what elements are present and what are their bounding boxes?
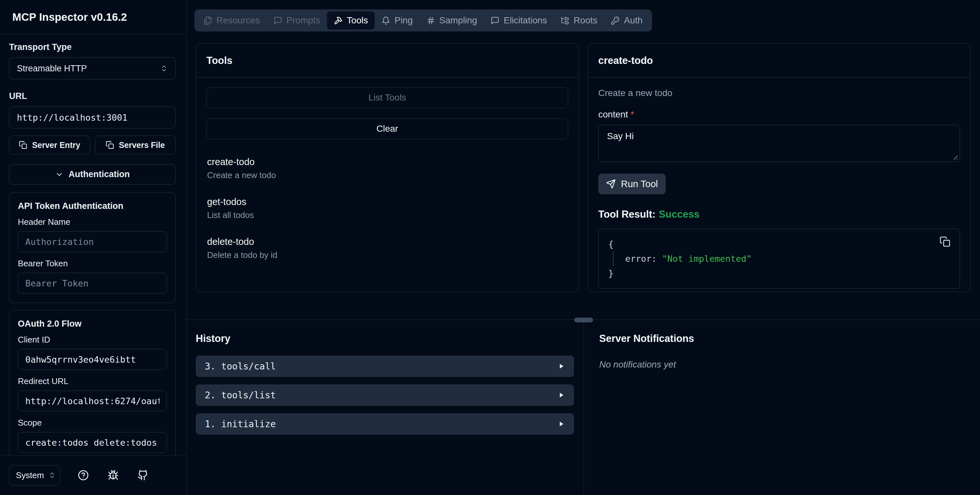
json-key: error: <box>625 254 657 264</box>
pane-resize-handle[interactable] <box>574 318 593 323</box>
run-tool-button[interactable]: Run Tool <box>598 174 666 194</box>
tool-detail-body: Create a new todo content* Say Hi Run To… <box>588 78 970 292</box>
help-icon[interactable] <box>78 470 89 481</box>
tools-panel: Tools List Tools Clear create-todo Creat… <box>196 43 579 292</box>
list-tools-button[interactable]: List Tools <box>207 87 568 108</box>
tool-list: create-todo Create a new todo get-todos … <box>207 156 568 260</box>
github-icon[interactable] <box>137 470 148 481</box>
tool-detail-panel: create-todo Create a new todo content* S… <box>587 43 970 292</box>
clear-button[interactable]: Clear <box>207 118 568 139</box>
tab-tools[interactable]: Tools <box>327 11 375 30</box>
copy-result-button[interactable] <box>940 236 950 247</box>
json-string-value: "Not implemented" <box>662 254 751 264</box>
servers-file-label: Servers File <box>119 141 165 150</box>
message-square-icon <box>491 16 500 25</box>
content-textarea[interactable]: Say Hi <box>598 125 960 162</box>
tab-auth[interactable]: Auth <box>604 11 649 30</box>
client-id-label: Client ID <box>18 335 167 345</box>
run-tool-label: Run Tool <box>621 179 658 190</box>
authentication-toggle-label: Authentication <box>69 169 130 179</box>
tab-resources[interactable]: Resources <box>197 11 267 30</box>
tool-description: Delete a todo by id <box>207 250 568 260</box>
redirect-url-label: Redirect URL <box>18 376 167 386</box>
tab-sampling[interactable]: Sampling <box>420 11 484 30</box>
tool-detail-title: create-todo <box>588 44 970 78</box>
json-body-line: error: "Not implemented" <box>613 251 950 266</box>
tool-result-label: Tool Result: <box>598 209 655 220</box>
tools-panel-title: Tools <box>196 44 579 78</box>
sidebar-footer: System <box>0 455 186 495</box>
tools-panel-body: List Tools Clear create-todo Create a ne… <box>196 78 579 286</box>
server-notifications-title: Server Notifications <box>599 333 980 345</box>
tab-roots[interactable]: Roots <box>554 11 604 30</box>
notifications-empty-message: No notifications yet <box>599 359 980 370</box>
tab-label: Tools <box>347 15 368 26</box>
header-name-input[interactable] <box>18 231 167 252</box>
sidebar-content: Transport Type Streamable HTTP URL Serve… <box>0 35 186 455</box>
tool-item-delete-todo[interactable]: delete-todo Delete a todo by id <box>207 236 568 260</box>
hash-icon <box>426 16 435 25</box>
bearer-token-input[interactable] <box>18 273 167 294</box>
server-entry-button[interactable]: Server Entry <box>9 136 90 155</box>
tool-name: delete-todo <box>207 236 568 247</box>
tab-label: Sampling <box>439 15 477 26</box>
history-row-label: 1. initialize <box>205 419 276 430</box>
url-label: URL <box>9 91 176 101</box>
copy-buttons-row: Server Entry Servers File <box>9 136 176 155</box>
tab-elicitations[interactable]: Elicitations <box>484 11 554 30</box>
tab-label: Elicitations <box>504 15 547 26</box>
history-row-tools-list[interactable]: 2. tools/list <box>196 385 574 406</box>
tab-prompts[interactable]: Prompts <box>267 11 327 30</box>
history-panel: History 3. tools/call 2. tools/list 1. i… <box>187 320 584 495</box>
tool-result-status: Success <box>659 209 700 220</box>
copy-icon <box>106 141 114 149</box>
app-window: MCP Inspector v0.16.2 Transport Type Str… <box>0 0 980 495</box>
tab-ping[interactable]: Ping <box>375 11 419 30</box>
tab-label: Prompts <box>286 15 320 26</box>
content-textarea-wrap: Say Hi <box>598 125 960 162</box>
bearer-token-label: Bearer Token <box>18 259 167 268</box>
key-icon <box>611 16 620 25</box>
authentication-toggle[interactable]: Authentication <box>9 164 176 185</box>
bug-icon[interactable] <box>108 470 119 481</box>
history-row-label: 2. tools/list <box>205 390 276 401</box>
theme-select[interactable]: System <box>9 465 60 485</box>
tool-item-create-todo[interactable]: create-todo Create a new todo <box>207 156 568 180</box>
transport-type-select[interactable]: Streamable HTTP <box>9 57 176 80</box>
expand-arrow-icon <box>558 362 565 370</box>
tab-label: Resources <box>216 15 260 26</box>
tool-name: create-todo <box>207 156 568 168</box>
tab-label: Auth <box>624 15 643 26</box>
folder-tree-icon <box>561 16 570 25</box>
servers-file-button[interactable]: Servers File <box>95 136 176 155</box>
tool-description: Create a new todo <box>207 170 568 180</box>
history-row-tools-call[interactable]: 3. tools/call <box>196 356 574 377</box>
bell-icon <box>382 16 390 25</box>
scope-input[interactable] <box>18 432 167 453</box>
history-row-label: 3. tools/call <box>205 361 276 372</box>
history-rows: 3. tools/call 2. tools/list 1. initializ… <box>196 356 574 435</box>
chevrons-up-down-icon <box>49 472 56 479</box>
history-row-initialize[interactable]: 1. initialize <box>196 413 574 435</box>
tool-detail-description: Create a new todo <box>598 88 960 98</box>
copy-icon <box>19 141 27 149</box>
json-close-brace: } <box>608 266 950 281</box>
api-token-auth-card: API Token Authentication Header Name Bea… <box>9 192 176 303</box>
transport-type-value: Streamable HTTP <box>17 64 87 73</box>
content-field-label: content* <box>598 109 960 120</box>
tab-bar: Resources Prompts Tools Ping Sampling <box>194 10 652 32</box>
client-id-input[interactable] <box>18 349 167 370</box>
redirect-url-input[interactable] <box>18 391 167 411</box>
send-icon <box>606 179 616 189</box>
main-bottom-section: History 3. tools/call 2. tools/list 1. i… <box>187 320 980 495</box>
oauth-flow-title: OAuth 2.0 Flow <box>18 319 167 329</box>
theme-select-value: System <box>16 470 44 481</box>
result-json-box: { error: "Not implemented" } <box>598 229 960 289</box>
tool-item-get-todos[interactable]: get-todos List all todos <box>207 196 568 220</box>
tool-result-line: Tool Result:Success <box>598 209 960 220</box>
tab-label: Roots <box>574 15 597 26</box>
url-input[interactable] <box>9 106 176 128</box>
sidebar-header: MCP Inspector v0.16.2 <box>0 0 186 35</box>
app-title: MCP Inspector v0.16.2 <box>12 11 127 23</box>
expand-arrow-icon <box>558 420 565 428</box>
